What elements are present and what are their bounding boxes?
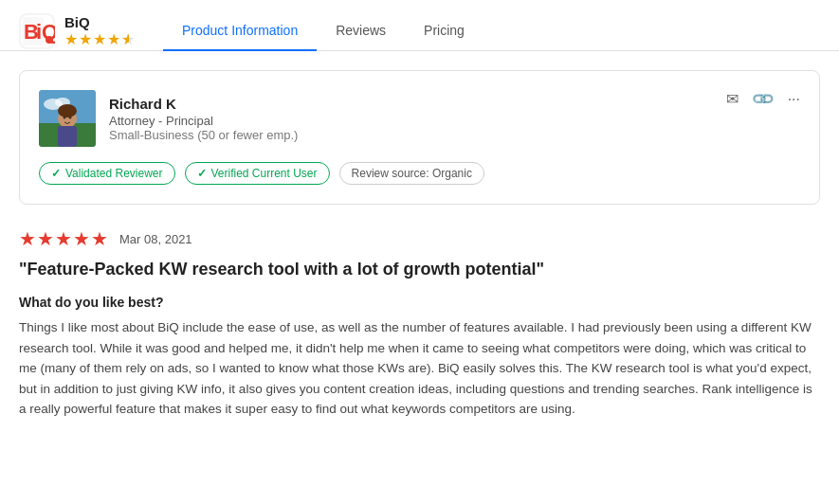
review-stars-date-row: ★ ★ ★ ★ ★ Mar 08, 2021 — [19, 227, 820, 250]
validated-reviewer-label: Validated Reviewer — [65, 167, 163, 180]
reviewer-card: Richard K Attorney - Principal Small-Bus… — [19, 70, 820, 205]
link-icon[interactable]: 🔗 — [750, 86, 776, 113]
reviewer-badges: ✓ Validated Reviewer ✓ Verified Current … — [39, 162, 800, 185]
biq-logo-icon: B iQ — [19, 13, 55, 49]
star-half: ★ ★ — [121, 30, 135, 48]
review-stars: ★ ★ ★ ★ ★ — [19, 227, 108, 250]
star-4: ★ — [107, 30, 120, 48]
verified-user-badge: ✓ Verified Current User — [185, 162, 330, 185]
logo-area: B iQ BiQ ★ ★ ★ ★ ★ ★ — [19, 13, 135, 49]
review-body: Things I like most about BiQ include the… — [19, 317, 820, 420]
star-2: ★ — [79, 30, 92, 48]
review-source-label: Review source: Organic — [352, 167, 472, 180]
verified-user-label: Verified Current User — [211, 167, 318, 180]
star-3: ★ — [93, 30, 106, 48]
main-content: Richard K Attorney - Principal Small-Bus… — [0, 51, 839, 442]
star-1: ★ — [64, 30, 78, 48]
reviewer-actions: ✉ 🔗 ··· — [726, 90, 800, 108]
more-options-icon[interactable]: ··· — [788, 91, 800, 108]
reviewer-top-row: Richard K Attorney - Principal Small-Bus… — [39, 90, 800, 147]
reviewer-info: Richard K Attorney - Principal Small-Bus… — [109, 96, 298, 142]
tab-pricing[interactable]: Pricing — [405, 11, 483, 51]
reviewer-identity: Richard K Attorney - Principal Small-Bus… — [39, 90, 298, 147]
check-icon-1: ✓ — [51, 167, 61, 180]
avatar-image — [39, 90, 96, 147]
reviewer-name: Richard K — [109, 96, 298, 112]
tab-product-information[interactable]: Product Information — [163, 11, 317, 51]
review-star-5: ★ — [91, 227, 108, 250]
check-icon-2: ✓ — [197, 167, 207, 180]
header: B iQ BiQ ★ ★ ★ ★ ★ ★ Product Information… — [0, 0, 839, 51]
review-star-1: ★ — [19, 227, 36, 250]
review-source-badge: Review source: Organic — [339, 162, 484, 185]
review-section: ★ ★ ★ ★ ★ Mar 08, 2021 "Feature-Packed K… — [19, 224, 820, 423]
svg-rect-10 — [58, 126, 77, 147]
avatar — [39, 90, 96, 147]
logo-rating: ★ ★ ★ ★ ★ ★ — [64, 30, 135, 48]
tab-reviews[interactable]: Reviews — [317, 11, 405, 51]
reviewer-title: Attorney - Principal — [109, 114, 298, 128]
review-question: What do you like best? — [19, 295, 820, 310]
email-icon[interactable]: ✉ — [726, 90, 739, 108]
review-star-4: ★ — [73, 227, 90, 250]
validated-reviewer-badge: ✓ Validated Reviewer — [39, 162, 175, 185]
review-date: Mar 08, 2021 — [119, 232, 192, 246]
svg-point-4 — [46, 36, 53, 44]
review-title: "Feature-Packed KW research tool with a … — [19, 260, 820, 279]
review-star-2: ★ — [37, 227, 54, 250]
logo-branding: BiQ ★ ★ ★ ★ ★ ★ — [64, 14, 135, 48]
review-star-3: ★ — [55, 227, 72, 250]
svg-point-13 — [58, 104, 77, 117]
logo-name: BiQ — [64, 14, 135, 30]
navigation-tabs: Product Information Reviews Pricing — [163, 11, 483, 50]
reviewer-company: Small-Business (50 or fewer emp.) — [109, 128, 298, 142]
